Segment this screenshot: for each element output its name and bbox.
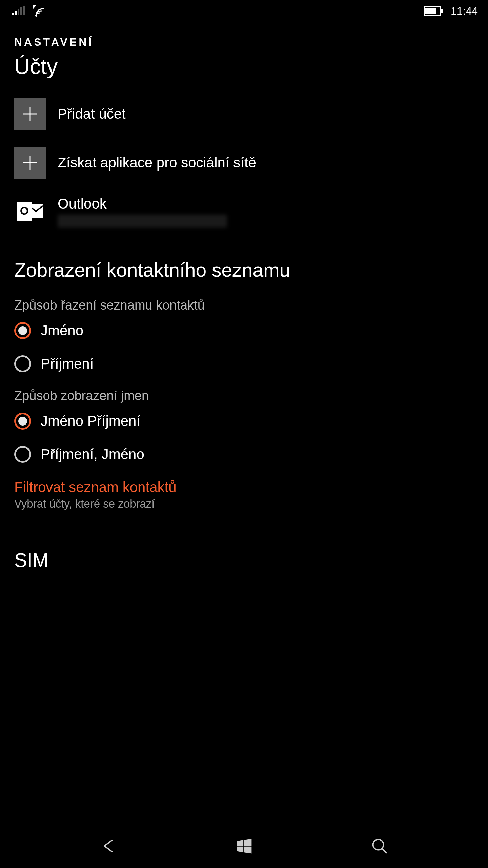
radio-sort-lastname[interactable]: Příjmení bbox=[14, 355, 474, 372]
display-name-label: Způsob zobrazení jmen bbox=[14, 389, 474, 403]
radio-display-last-first[interactable]: Příjmení, Jméno bbox=[14, 446, 474, 463]
status-right: 11:44 bbox=[424, 5, 478, 17]
get-social-apps-button[interactable]: Získat aplikace pro sociální sítě bbox=[14, 147, 474, 179]
radio-label: Jméno Příjmení bbox=[41, 413, 140, 429]
radio-icon bbox=[14, 413, 31, 430]
filter-contacts-sub: Vybrat účty, které se zobrazí bbox=[14, 497, 474, 510]
app-title: NASTAVENÍ bbox=[14, 36, 474, 48]
radio-icon bbox=[14, 322, 31, 339]
svg-point-0 bbox=[35, 15, 37, 17]
get-social-label: Získat aplikace pro sociální sítě bbox=[58, 155, 256, 171]
outlook-account-item[interactable]: O Outlook bbox=[14, 196, 474, 228]
radio-icon bbox=[14, 355, 31, 372]
plus-icon bbox=[14, 147, 46, 179]
section-sim-title: SIM bbox=[14, 549, 474, 571]
cellular-signal-icon bbox=[12, 6, 25, 15]
account-list: Přidat účet Získat aplikace pro sociální… bbox=[14, 98, 474, 228]
outlook-email-redacted bbox=[58, 215, 227, 228]
add-account-button[interactable]: Přidat účet bbox=[14, 98, 474, 130]
svg-text:O: O bbox=[20, 204, 29, 217]
back-button[interactable] bbox=[95, 832, 122, 860]
radio-icon bbox=[14, 446, 31, 463]
search-button[interactable] bbox=[366, 832, 393, 860]
outlook-icon: O bbox=[14, 196, 46, 228]
status-left bbox=[12, 5, 46, 17]
radio-sort-firstname[interactable]: Jméno bbox=[14, 322, 474, 339]
sort-order-group: Způsob řazení seznamu kontaktů Jméno Pří… bbox=[14, 298, 474, 372]
clock: 11:44 bbox=[451, 5, 478, 17]
battery-icon bbox=[424, 6, 441, 16]
wifi-icon bbox=[33, 5, 46, 17]
add-account-label: Přidat účet bbox=[58, 106, 126, 122]
svg-point-4 bbox=[373, 840, 384, 850]
radio-label: Jméno bbox=[41, 322, 83, 339]
nav-bar bbox=[0, 824, 488, 868]
outlook-label: Outlook bbox=[58, 196, 227, 212]
display-name-group: Způsob zobrazení jmen Jméno Příjmení Pří… bbox=[14, 389, 474, 463]
status-bar: 11:44 bbox=[0, 0, 488, 22]
radio-display-first-last[interactable]: Jméno Příjmení bbox=[14, 413, 474, 430]
section-accounts-title: Účty bbox=[14, 54, 474, 79]
section-contacts-title: Zobrazení kontaktního seznamu bbox=[14, 259, 474, 281]
plus-icon bbox=[14, 98, 46, 130]
sort-order-label: Způsob řazení seznamu kontaktů bbox=[14, 298, 474, 313]
radio-label: Příjmení, Jméno bbox=[41, 446, 144, 462]
filter-contacts-link[interactable]: Filtrovat seznam kontaktů bbox=[14, 479, 474, 495]
start-button[interactable] bbox=[230, 832, 258, 860]
radio-label: Příjmení bbox=[41, 356, 94, 372]
